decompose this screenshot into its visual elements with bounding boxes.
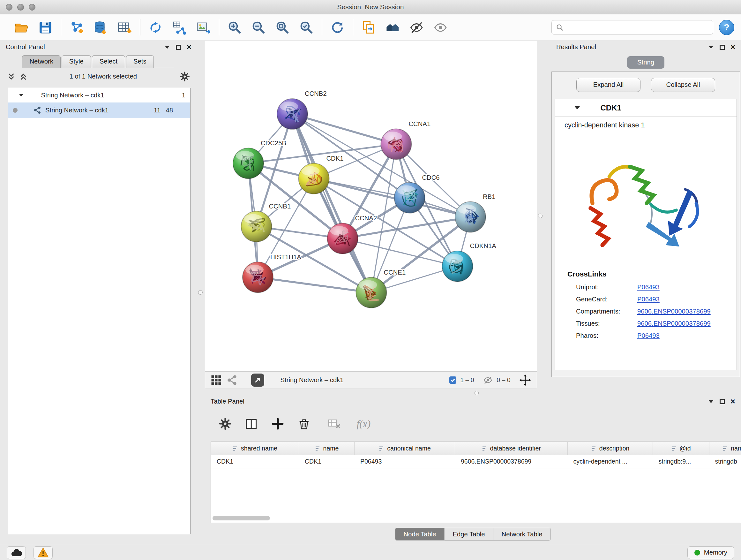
show-graphics-details-button[interactable] <box>428 16 453 38</box>
panel-menu-icon[interactable] <box>708 45 714 49</box>
tab-network-table[interactable]: Network Table <box>493 528 551 541</box>
table-data-row[interactable]: CDK1CDK1P064939606.ENSP00000378699cyclin… <box>211 455 741 469</box>
tab-network[interactable]: Network <box>22 55 61 68</box>
memory-button[interactable]: Memory <box>687 546 734 559</box>
help-button[interactable]: ? <box>719 20 734 35</box>
column-header-namespace[interactable]: namespace <box>710 442 741 455</box>
protein-section-header[interactable]: CDK1 <box>555 99 737 117</box>
table-cell[interactable]: stringdb:9... <box>653 455 710 468</box>
panel-float-icon[interactable] <box>720 399 725 405</box>
tab-node-table[interactable]: Node Table <box>395 528 445 541</box>
network-edge[interactable] <box>292 114 396 144</box>
column-header-shared-name[interactable]: shared name <box>211 442 299 455</box>
crosslink-link[interactable]: 9606.ENSP00000378699 <box>637 308 711 315</box>
network-node-cdc25b[interactable] <box>233 148 264 179</box>
window-minimize-button[interactable] <box>17 4 24 10</box>
network-node-ccna1[interactable] <box>381 129 412 159</box>
expand-all-button[interactable]: Expand All <box>576 78 641 92</box>
network-edge[interactable] <box>258 277 372 293</box>
tab-select[interactable]: Select <box>92 55 125 68</box>
crosslink-link[interactable]: P06493 <box>637 332 660 339</box>
tab-sets[interactable]: Sets <box>126 55 154 68</box>
import-table-button[interactable] <box>113 16 137 38</box>
network-node-hist1h1a[interactable] <box>243 262 273 293</box>
birdseye-view-icon[interactable] <box>227 375 238 385</box>
network-row[interactable]: String Network – cdk1 11 48 <box>8 103 190 118</box>
open-session-button[interactable] <box>10 16 33 38</box>
network-node-rb1[interactable] <box>455 201 486 232</box>
bottom-splitter-handle[interactable] <box>475 391 479 395</box>
table-cell[interactable]: stringdb <box>710 455 741 468</box>
network-node-ccne1[interactable] <box>356 277 387 308</box>
panel-float-icon[interactable] <box>176 45 181 50</box>
column-header-name[interactable]: name <box>299 442 354 455</box>
tab-string[interactable]: String <box>627 56 664 69</box>
window-zoom-button[interactable] <box>29 4 36 10</box>
network-node-ccnb1[interactable] <box>241 211 272 242</box>
create-column-button[interactable] <box>270 416 285 432</box>
tab-style[interactable]: Style <box>62 55 91 68</box>
table-cell[interactable]: P06493 <box>354 455 455 468</box>
crosslink-link[interactable]: P06493 <box>637 296 660 303</box>
delete-table-button[interactable] <box>327 416 342 432</box>
grid-view-icon[interactable] <box>211 375 221 385</box>
delete-column-button[interactable] <box>296 416 312 432</box>
network-node-cdkn1a[interactable] <box>442 251 473 282</box>
function-builder-button[interactable]: f(x) <box>357 416 371 432</box>
panel-menu-icon[interactable] <box>164 45 170 49</box>
network-node-cdc6[interactable] <box>394 182 425 213</box>
column-header-database-identifier[interactable]: database identifier <box>455 442 568 455</box>
section-collapse-icon[interactable] <box>574 106 581 110</box>
search-input[interactable] <box>567 23 709 31</box>
new-network-from-selection-button[interactable] <box>144 16 167 38</box>
new-network-from-table-button[interactable] <box>167 16 192 38</box>
column-header--id[interactable]: @id <box>653 442 710 455</box>
expand-all-icon[interactable] <box>20 73 27 80</box>
table-settings-button[interactable] <box>217 416 232 432</box>
right-splitter-handle[interactable] <box>538 213 542 218</box>
table-cell[interactable]: 9606.ENSP00000378699 <box>455 455 568 468</box>
import-network-button[interactable] <box>65 16 89 38</box>
zoom-in-button[interactable] <box>223 16 247 38</box>
network-node-ccnb2[interactable] <box>277 99 308 129</box>
crosslink-link[interactable]: 9606.ENSP00000378699 <box>637 320 711 327</box>
crosslink-link[interactable]: P06493 <box>637 284 660 291</box>
welcome-screen-button[interactable] <box>381 16 405 38</box>
collapse-all-button[interactable]: Collapse All <box>651 78 715 92</box>
warnings-button[interactable] <box>33 546 53 559</box>
selection-checkbox[interactable] <box>449 376 457 384</box>
network-node-cdk1[interactable] <box>299 163 329 194</box>
pan-crosshair-icon[interactable] <box>519 374 531 386</box>
collapse-all-icon[interactable] <box>8 73 15 80</box>
save-session-button[interactable] <box>33 16 57 38</box>
window-close-button[interactable] <box>6 4 12 10</box>
tab-edge-table[interactable]: Edge Table <box>445 528 493 541</box>
zoom-selected-button[interactable] <box>294 16 319 38</box>
left-splitter-handle[interactable] <box>198 290 203 295</box>
panel-close-icon[interactable]: × <box>731 397 735 406</box>
network-collection-row[interactable]: String Network – cdk1 1 <box>8 88 190 103</box>
detach-view-button[interactable] <box>251 374 264 387</box>
table-horizontal-scrollbar[interactable] <box>212 516 739 521</box>
reapply-layout-button[interactable] <box>326 16 349 38</box>
panel-close-icon[interactable]: × <box>731 43 735 51</box>
panel-float-icon[interactable] <box>720 45 725 50</box>
cloud-button[interactable] <box>7 546 26 559</box>
network-canvas[interactable]: CCNB2CCNA1CDC25BCDK1CDC6RB1CCNB1CCNA2CDK… <box>205 41 536 371</box>
hide-graphics-details-button[interactable] <box>405 16 428 38</box>
table-cell[interactable]: cyclin-dependent ... <box>568 455 653 468</box>
export-image-button[interactable] <box>192 16 215 38</box>
import-network-from-database-button[interactable] <box>89 16 113 38</box>
panel-close-icon[interactable]: × <box>187 43 192 51</box>
table-cell[interactable]: CDK1 <box>211 455 299 468</box>
gear-icon[interactable] <box>180 71 190 82</box>
scrollbar-thumb[interactable] <box>212 516 270 520</box>
select-columns-button[interactable] <box>244 416 259 432</box>
clone-network-button[interactable] <box>357 16 381 38</box>
panel-menu-icon[interactable] <box>708 400 714 403</box>
tree-expander-icon[interactable] <box>18 93 24 97</box>
column-header-canonical-name[interactable]: canonical name <box>354 442 455 455</box>
column-header-description[interactable]: description <box>568 442 653 455</box>
table-cell[interactable]: CDK1 <box>299 455 354 468</box>
network-node-ccna2[interactable] <box>327 223 358 254</box>
